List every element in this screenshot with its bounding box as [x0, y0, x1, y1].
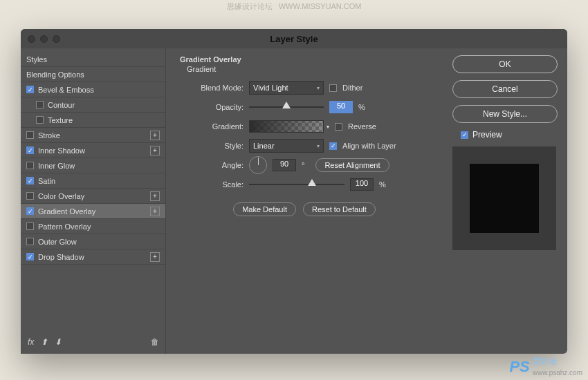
sidebar-checkbox[interactable]: ✓	[26, 146, 34, 154]
add-effect-icon[interactable]: +	[150, 131, 160, 140]
watermark-bottom-label: 爱好者	[533, 357, 558, 366]
angle-dial[interactable]	[249, 156, 267, 174]
chevron-down-icon[interactable]: ▾	[327, 124, 329, 130]
opacity-label: Opacity:	[180, 103, 244, 111]
new-style-button[interactable]: New Style...	[452, 105, 558, 123]
panel-title: Gradient Overlay	[180, 55, 429, 64]
dither-label: Dither	[342, 84, 362, 92]
opacity-input[interactable]: 50	[329, 101, 353, 113]
sidebar-item-label: Gradient Overlay	[38, 207, 95, 216]
sidebar-checkbox[interactable]: ✓	[26, 86, 34, 93]
preview-checkbox[interactable]: ✓	[461, 131, 468, 139]
blend-mode-select[interactable]: Vivid Light ▾	[249, 81, 324, 95]
dither-checkbox[interactable]	[329, 84, 337, 92]
style-select[interactable]: Linear ▾	[249, 139, 324, 153]
sidebar-item-label: Outer Glow	[38, 238, 77, 246]
fx-menu[interactable]: fx	[28, 337, 34, 347]
watermark-top-left: 思缘设计论坛	[227, 2, 273, 10]
angle-label: Angle:	[180, 161, 244, 169]
dialog-title: Layer Style	[21, 34, 567, 44]
watermark-top: 思缘设计论坛 WWW.MISSYUAN.COM	[0, 1, 588, 12]
add-effect-icon[interactable]: +	[150, 146, 160, 155]
sidebar-item-label: Pattern Overlay	[38, 222, 91, 231]
add-effect-icon[interactable]: +	[150, 207, 160, 216]
ok-button[interactable]: OK	[452, 55, 558, 73]
sidebar-item-satin[interactable]: ✓Satin	[21, 173, 165, 189]
sidebar-checkbox[interactable]	[26, 131, 34, 139]
sidebar-checkbox[interactable]	[26, 238, 34, 245]
sidebar-checkbox[interactable]	[36, 101, 44, 108]
sidebar-item-inner-glow[interactable]: Inner Glow	[21, 158, 165, 173]
sidebar-item-label: Inner Glow	[38, 162, 75, 170]
sidebar-checkbox[interactable]	[26, 192, 34, 200]
sidebar-item-drop-shadow[interactable]: ✓Drop Shadow+	[21, 249, 165, 265]
right-panel: OK Cancel New Style... ✓ Preview	[443, 48, 567, 354]
align-checkbox[interactable]: ✓	[329, 142, 337, 150]
gradient-overlay-panel: Gradient Overlay Gradient Blend Mode: Vi…	[166, 48, 443, 354]
titlebar: Layer Style	[21, 29, 567, 48]
sidebar-item-blending-options[interactable]: Blending Options	[21, 67, 165, 82]
sidebar-item-label: Stroke	[38, 131, 60, 140]
degree-label: °	[302, 161, 304, 169]
sidebar-item-label: Blending Options	[26, 70, 84, 79]
opacity-slider[interactable]	[249, 102, 324, 112]
reverse-label: Reverse	[348, 122, 376, 131]
style-label: Style:	[180, 142, 244, 150]
sidebar-item-label: Texture	[48, 116, 73, 124]
align-label: Align with Layer	[342, 142, 396, 150]
sidebar-footer: fx ⬆ ⬇ 🗑	[21, 333, 166, 351]
chevron-down-icon: ▾	[317, 85, 320, 91]
sidebar-item-label: Inner Shadow	[38, 146, 85, 155]
percent-label: %	[379, 180, 386, 189]
sidebar-checkbox[interactable]	[26, 222, 34, 230]
styles-sidebar: StylesBlending Options✓Bevel & EmbossCon…	[21, 48, 166, 354]
sidebar-checkbox[interactable]: ✓	[26, 207, 34, 215]
sidebar-item-label: Drop Shadow	[38, 253, 84, 261]
angle-input[interactable]: 90	[273, 159, 296, 171]
sidebar-item-contour[interactable]: Contour	[21, 97, 165, 113]
layer-style-dialog: Layer Style StylesBlending Options✓Bevel…	[21, 29, 567, 354]
sidebar-item-label: Contour	[48, 101, 75, 109]
percent-label: %	[358, 103, 365, 111]
chevron-down-icon: ▾	[317, 143, 320, 149]
arrow-down-icon[interactable]: ⬇	[55, 337, 62, 347]
reset-alignment-button[interactable]: Reset Alignment	[315, 158, 389, 172]
sidebar-checkbox[interactable]	[36, 116, 44, 124]
trash-icon[interactable]: 🗑	[151, 337, 159, 347]
add-effect-icon[interactable]: +	[150, 191, 160, 201]
watermark-bottom-url: www.psahz.com	[533, 369, 582, 377]
sidebar-item-label: Bevel & Emboss	[38, 86, 94, 94]
sidebar-item-texture[interactable]: Texture	[21, 113, 165, 128]
gradient-picker[interactable]	[249, 120, 324, 133]
sidebar-item-styles[interactable]: Styles	[21, 52, 165, 67]
sidebar-item-label: Color Overlay	[38, 192, 84, 200]
sidebar-checkbox[interactable]: ✓	[26, 253, 34, 260]
gradient-label: Gradient:	[180, 122, 244, 131]
sidebar-checkbox[interactable]: ✓	[26, 177, 34, 184]
sidebar-item-label: Styles	[26, 55, 47, 64]
sidebar-item-outer-glow[interactable]: Outer Glow	[21, 234, 165, 249]
scale-input[interactable]: 100	[350, 178, 374, 191]
sidebar-item-bevel-emboss[interactable]: ✓Bevel & Emboss	[21, 82, 165, 97]
scale-label: Scale:	[180, 180, 244, 189]
sidebar-item-inner-shadow[interactable]: ✓Inner Shadow+	[21, 143, 165, 158]
panel-subtitle: Gradient	[180, 65, 429, 73]
make-default-button[interactable]: Make Default	[233, 202, 296, 216]
sidebar-item-pattern-overlay[interactable]: Pattern Overlay	[21, 219, 165, 234]
blend-mode-value: Vivid Light	[253, 84, 288, 92]
blend-mode-label: Blend Mode:	[180, 84, 244, 92]
cancel-button[interactable]: Cancel	[452, 80, 558, 98]
sidebar-item-gradient-overlay[interactable]: ✓Gradient Overlay+	[21, 204, 165, 219]
arrow-up-icon[interactable]: ⬆	[41, 337, 48, 347]
reset-default-button[interactable]: Reset to Default	[303, 202, 376, 216]
add-effect-icon[interactable]: +	[150, 252, 160, 262]
watermark-logo: PS	[509, 358, 529, 376]
watermark-bottom: PS 爱好者 www.psahz.com	[509, 356, 582, 377]
sidebar-checkbox[interactable]	[26, 162, 34, 169]
sidebar-item-stroke[interactable]: Stroke+	[21, 128, 165, 143]
reverse-checkbox[interactable]	[335, 123, 342, 131]
watermark-top-right: WWW.MISSYUAN.COM	[279, 2, 362, 10]
preview-thumbnail	[452, 146, 556, 250]
scale-slider[interactable]	[249, 180, 344, 189]
sidebar-item-color-overlay[interactable]: Color Overlay+	[21, 189, 165, 204]
